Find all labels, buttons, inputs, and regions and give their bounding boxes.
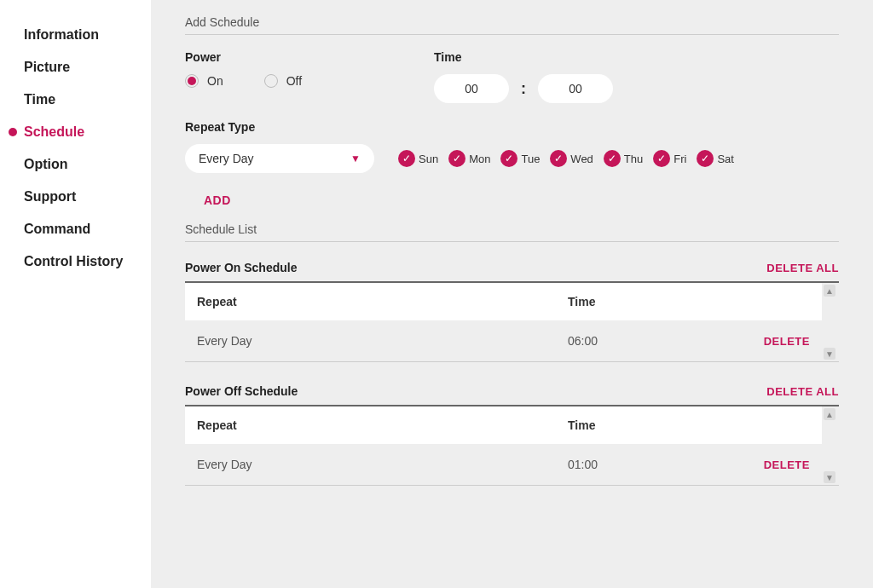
radio-label: Off bbox=[286, 74, 302, 88]
scroll-arrows: ▲ ▼ bbox=[822, 406, 839, 485]
add-button[interactable]: ADD bbox=[204, 193, 231, 207]
power-on-table-wrap: Repeat Time Every Day 06:00 DELETE ▲ ▼ bbox=[185, 283, 839, 362]
sidebar-item-information[interactable]: Information bbox=[9, 19, 142, 51]
col-header-repeat: Repeat bbox=[197, 295, 568, 308]
check-circle-icon: ✓ bbox=[653, 150, 670, 167]
power-radio-off[interactable]: Off bbox=[264, 74, 302, 88]
day-label: Thu bbox=[624, 153, 643, 165]
power-on-header-row: Power On Schedule DELETE ALL bbox=[185, 254, 839, 283]
bullet-icon bbox=[9, 95, 17, 104]
cell-time: 01:00 bbox=[568, 458, 733, 471]
cell-action: DELETE bbox=[733, 334, 810, 348]
check-circle-icon: ✓ bbox=[500, 150, 517, 167]
delete-button[interactable]: DELETE bbox=[764, 335, 810, 348]
power-radio-on[interactable]: On bbox=[185, 74, 223, 88]
bullet-icon bbox=[9, 193, 17, 201]
power-off-header-row: Power Off Schedule DELETE ALL bbox=[185, 378, 839, 406]
day-label: Wed bbox=[570, 153, 593, 165]
sidebar-item-label: Schedule bbox=[24, 124, 84, 140]
day-wed[interactable]: ✓ Wed bbox=[550, 150, 593, 167]
power-off-table-wrap: Repeat Time Every Day 01:00 DELETE ▲ ▼ bbox=[185, 406, 839, 486]
sidebar-item-label: Option bbox=[24, 157, 68, 172]
power-group: Power On Off bbox=[185, 50, 383, 103]
day-label: Sat bbox=[717, 153, 734, 165]
day-thu[interactable]: ✓ Thu bbox=[604, 150, 643, 167]
sidebar-item-support[interactable]: Support bbox=[9, 181, 142, 213]
sidebar-item-label: Command bbox=[24, 222, 90, 237]
repeat-dropdown[interactable]: Every Day ▼ bbox=[185, 144, 374, 173]
col-header-action bbox=[733, 295, 810, 308]
cell-action: DELETE bbox=[733, 458, 810, 471]
sidebar-item-control-history[interactable]: Control History bbox=[9, 245, 142, 278]
power-off-section: Power Off Schedule DELETE ALL Repeat Tim… bbox=[185, 378, 839, 486]
check-circle-icon: ✓ bbox=[604, 150, 621, 167]
bullet-icon bbox=[9, 63, 17, 72]
sidebar-item-label: Picture bbox=[24, 60, 70, 75]
add-schedule-title: Add Schedule bbox=[185, 15, 839, 35]
radio-icon bbox=[264, 74, 278, 88]
power-label: Power bbox=[185, 50, 383, 64]
day-fri[interactable]: ✓ Fri bbox=[653, 150, 686, 167]
hour-input[interactable] bbox=[434, 74, 509, 103]
power-on-delete-all-button[interactable]: DELETE ALL bbox=[766, 262, 839, 274]
sidebar-item-picture[interactable]: Picture bbox=[9, 51, 142, 84]
sidebar-item-label: Support bbox=[24, 189, 76, 205]
col-header-action bbox=[733, 418, 810, 432]
delete-button[interactable]: DELETE bbox=[764, 458, 810, 471]
sidebar-item-command[interactable]: Command bbox=[9, 213, 142, 245]
scroll-up-icon[interactable]: ▲ bbox=[824, 285, 835, 297]
time-colon: : bbox=[521, 80, 526, 98]
sidebar-item-option[interactable]: Option bbox=[9, 148, 142, 181]
sidebar: Information Picture Time Schedule Option… bbox=[0, 0, 151, 588]
repeat-group: Repeat Type Every Day ▼ ✓ Sun ✓ Mon ✓ Tu… bbox=[185, 120, 839, 173]
check-circle-icon: ✓ bbox=[697, 150, 714, 167]
power-off-table-body: Repeat Time Every Day 01:00 DELETE bbox=[185, 406, 822, 485]
power-time-row: Power On Off Time : bbox=[185, 50, 839, 103]
sidebar-item-schedule[interactable]: Schedule bbox=[9, 116, 142, 148]
day-label: Mon bbox=[469, 153, 490, 165]
table-row: Every Day 01:00 DELETE bbox=[185, 444, 822, 485]
scroll-up-icon[interactable]: ▲ bbox=[824, 408, 835, 420]
power-on-table-body: Repeat Time Every Day 06:00 DELETE bbox=[185, 283, 822, 361]
power-off-title: Power Off Schedule bbox=[185, 384, 298, 398]
sidebar-item-label: Time bbox=[24, 92, 55, 107]
main-content: Add Schedule Power On Off Time : bbox=[151, 0, 873, 588]
power-radio-group: On Off bbox=[185, 74, 383, 88]
repeat-row: Every Day ▼ ✓ Sun ✓ Mon ✓ Tue ✓ Wed bbox=[185, 144, 839, 173]
check-circle-icon: ✓ bbox=[550, 150, 567, 167]
bullet-icon bbox=[9, 257, 17, 266]
table-header-row: Repeat Time bbox=[185, 406, 822, 444]
chevron-down-icon: ▼ bbox=[350, 153, 361, 164]
day-label: Fri bbox=[674, 153, 686, 165]
col-header-repeat: Repeat bbox=[197, 418, 568, 432]
power-off-delete-all-button[interactable]: DELETE ALL bbox=[766, 385, 839, 398]
bullet-icon bbox=[9, 225, 17, 233]
day-sat[interactable]: ✓ Sat bbox=[697, 150, 734, 167]
time-group: Time : bbox=[434, 50, 613, 103]
day-sun[interactable]: ✓ Sun bbox=[398, 150, 438, 167]
sidebar-item-time[interactable]: Time bbox=[9, 84, 142, 116]
schedule-list-title: Schedule List bbox=[185, 222, 839, 242]
scroll-arrows: ▲ ▼ bbox=[822, 283, 839, 361]
cell-time: 06:00 bbox=[568, 334, 733, 348]
col-header-time: Time bbox=[568, 418, 733, 432]
table-header-row: Repeat Time bbox=[185, 283, 822, 320]
day-label: Tue bbox=[521, 153, 540, 165]
scroll-down-icon[interactable]: ▼ bbox=[824, 471, 835, 483]
bullet-icon bbox=[9, 31, 17, 39]
power-on-title: Power On Schedule bbox=[185, 261, 297, 274]
day-tue[interactable]: ✓ Tue bbox=[500, 150, 540, 167]
radio-label: On bbox=[207, 74, 223, 88]
days-group: ✓ Sun ✓ Mon ✓ Tue ✓ Wed ✓ Thu bbox=[398, 150, 734, 167]
time-inputs: : bbox=[434, 74, 613, 103]
sidebar-item-label: Control History bbox=[24, 254, 123, 269]
cell-repeat: Every Day bbox=[197, 334, 568, 348]
dropdown-value: Every Day bbox=[199, 152, 254, 165]
radio-icon bbox=[185, 74, 199, 88]
day-mon[interactable]: ✓ Mon bbox=[448, 150, 490, 167]
scroll-down-icon[interactable]: ▼ bbox=[824, 348, 835, 360]
minute-input[interactable] bbox=[538, 74, 613, 103]
check-circle-icon: ✓ bbox=[398, 150, 415, 167]
sidebar-item-label: Information bbox=[24, 27, 99, 43]
time-label: Time bbox=[434, 50, 613, 64]
